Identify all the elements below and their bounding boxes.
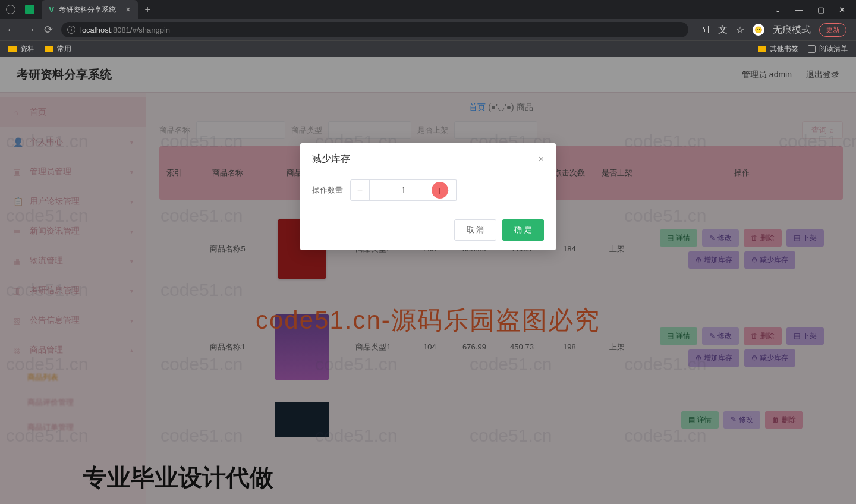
key-icon[interactable]: ⚿ xyxy=(700,24,710,35)
tab-title: 考研资料分享系统 xyxy=(59,5,116,15)
modal-overlay[interactable]: 减少库存 × 操作数量 − 1 + I 取 消 确 定 xyxy=(0,57,856,504)
browser-tab-strip: V 考研资料分享系统 × + ⌄ — ▢ ✕ xyxy=(0,0,856,19)
cursor-indicator-icon: I xyxy=(432,182,448,199)
bookmark-folder-1[interactable]: 资料 xyxy=(8,44,34,54)
bookmark-bar: 资料 常用 其他书签 阅读清单 xyxy=(0,40,856,57)
reading-list[interactable]: 阅读清单 xyxy=(808,44,848,54)
new-tab-button[interactable]: + xyxy=(145,4,150,15)
active-tab[interactable]: V 考研资料分享系统 × xyxy=(42,0,138,19)
close-tab-icon[interactable]: × xyxy=(125,5,130,14)
reload-icon[interactable]: ⟳ xyxy=(44,23,53,36)
chevron-down-icon[interactable]: ⌄ xyxy=(775,5,781,14)
window-close[interactable]: ✕ xyxy=(839,5,845,14)
url-host: localhost xyxy=(80,26,111,34)
incognito-icon[interactable]: 😶 xyxy=(753,24,764,36)
modal-title: 减少库存 xyxy=(312,153,350,165)
close-icon[interactable]: × xyxy=(539,154,544,165)
window-minimize[interactable]: — xyxy=(795,5,803,14)
quantity-stepper[interactable]: − 1 + I xyxy=(350,179,457,201)
confirm-button[interactable]: 确 定 xyxy=(502,219,544,241)
other-bookmarks[interactable]: 其他书签 xyxy=(758,44,798,54)
back-icon[interactable]: ← xyxy=(6,24,17,36)
qty-label: 操作数量 xyxy=(312,185,343,196)
cancel-button[interactable]: 取 消 xyxy=(454,219,497,241)
translate-icon[interactable]: ⽂ xyxy=(718,24,728,36)
site-info-icon[interactable]: i xyxy=(67,26,75,34)
tab-icon-2[interactable] xyxy=(21,1,38,18)
vue-icon: V xyxy=(49,5,54,14)
decrement-button[interactable]: − xyxy=(351,180,370,200)
bookmark-folder-2[interactable]: 常用 xyxy=(45,44,71,54)
window-app-icon xyxy=(2,1,19,18)
forward-icon[interactable]: → xyxy=(25,24,36,36)
star-icon[interactable]: ☆ xyxy=(736,24,744,36)
quantity-value[interactable]: 1 xyxy=(370,185,438,195)
update-button[interactable]: 更新 xyxy=(819,23,846,37)
browser-nav-bar: ← → ⟳ i localhost:8081/#/shangpin ⚿ ⽂ ☆ … xyxy=(0,19,856,40)
reduce-stock-modal: 减少库存 × 操作数量 − 1 + I 取 消 确 定 xyxy=(300,143,556,250)
window-maximize[interactable]: ▢ xyxy=(817,5,824,14)
url-input[interactable]: i localhost:8081/#/shangpin xyxy=(61,22,688,37)
incognito-label: 无痕模式 xyxy=(773,24,811,36)
